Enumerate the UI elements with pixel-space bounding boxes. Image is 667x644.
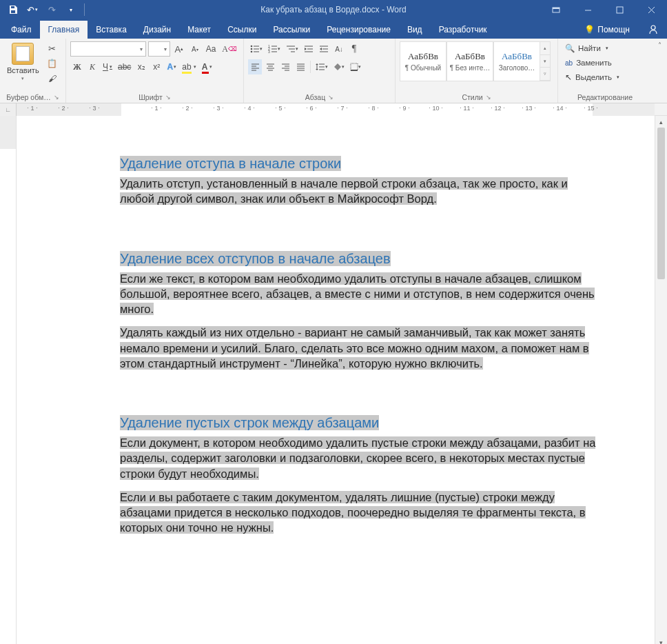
clear-format-button[interactable]: A⌫ [220,41,239,57]
chevron-down-icon: ▾ [137,46,143,52]
borders-button[interactable]: ▾ [348,59,363,74]
tab-references[interactable]: Ссылки [219,21,265,39]
tab-review[interactable]: Рецензирование [318,21,399,39]
tab-view[interactable]: Вид [399,21,431,39]
svg-point-8 [651,26,655,30]
ribbon-display-options[interactable] [540,0,572,19]
text-effects-button[interactable]: A▾ [165,59,178,74]
underline-button[interactable]: Ч▾ [101,59,114,74]
bulb-icon: 💡 [584,25,595,34]
scroll-thumb[interactable] [657,128,665,279]
subscript-button[interactable]: x₂ [134,59,148,74]
shading-button[interactable]: ▾ [331,59,347,74]
shrink-font-button[interactable]: A▾ [188,41,202,57]
tab-mailings[interactable]: Рассылки [265,21,318,39]
decrease-indent-button[interactable] [302,41,316,57]
styles-gallery[interactable]: АаБбВв¶ Обычный АаБбВв¶ Без инте… АаБбВв… [400,41,551,81]
quick-access-toolbar: ↶▾ ↷ ▾ [0,1,88,18]
dialog-launcher-icon[interactable]: ↘ [328,94,334,101]
line-spacing-button[interactable]: ▾ [314,59,330,74]
dialog-launcher-icon[interactable]: ↘ [165,94,171,101]
cut-button[interactable] [45,41,60,55]
strike-button[interactable]: abc [116,59,133,74]
tab-developer[interactable]: Разработчик [431,21,495,39]
paragraph: Удалять каждый из них отдельно - вариант… [120,326,589,370]
svg-point-13 [251,51,253,53]
sort-button[interactable]: A↓ [332,41,346,57]
maximize-button[interactable] [604,0,635,19]
qat-customize[interactable]: ▾ [62,1,80,18]
share-button[interactable] [645,21,661,38]
find-button[interactable]: 🔍Найти▾ [562,41,648,55]
superscript-button[interactable]: x² [150,59,163,74]
document-area: Удаление отступа в начале строки Удалить… [0,116,667,644]
paste-button[interactable]: Вставить ▾ [4,41,42,83]
svg-marker-25 [305,48,307,50]
tab-insert[interactable]: Вставка [88,21,135,39]
save-button[interactable] [4,1,22,18]
multilevel-button[interactable]: ▾ [284,41,300,57]
page-viewport[interactable]: Удаление отступа в начале строки Удалить… [17,116,655,644]
tab-layout[interactable]: Макет [179,21,219,39]
font-name-combo[interactable]: ▾ [70,41,146,57]
align-right-button[interactable] [278,59,292,74]
change-case-button[interactable]: Aa [204,41,218,57]
increase-indent-button[interactable] [317,41,331,57]
align-center-button[interactable] [263,59,277,74]
collapse-ribbon-button[interactable]: ˄ [652,39,667,103]
section-2: Удаление всех отступов в начале абзацев … [120,248,599,373]
tab-design[interactable]: Дизайн [135,21,179,39]
ribbon: Вставить ▾ Буфер обм…↘ ▾ ▾ A▴ A▾ Aa A⌫ Ж [0,39,667,103]
heading: Удаление отступа в начале строки [120,156,341,171]
dialog-launcher-icon[interactable]: ↘ [486,94,491,101]
vertical-scrollbar[interactable]: ▴ ▾ [655,116,667,644]
svg-rect-3 [553,8,560,9]
page: Удаление отступа в начале строки Удалить… [30,116,641,644]
justify-button[interactable] [294,59,307,74]
close-button[interactable] [635,0,667,19]
group-paragraph-label: Абзац [305,93,325,101]
redo-button[interactable]: ↷ [43,1,61,18]
svg-rect-5 [617,7,623,13]
ribbon-tabs: Файл Главная Вставка Дизайн Макет Ссылки… [0,19,667,39]
bold-button[interactable]: Ж [70,59,84,74]
group-font: ▾ ▾ A▴ A▾ Aa A⌫ Ж К Ч▾ abc x₂ x² A▾ ab▾ … [66,39,244,103]
align-left-button[interactable] [248,59,262,74]
svg-marker-29 [320,48,322,50]
numbering-button[interactable]: 123▾ [266,41,283,57]
app-name: Word [387,5,406,14]
tab-home[interactable]: Главная [40,21,88,39]
group-editing-label: Редактирование [577,93,633,101]
bullets-button[interactable]: ▾ [248,41,265,57]
section-1: Удаление отступа в начале строки Удалить… [120,153,599,208]
group-font-label: Шрифт [138,93,163,101]
scroll-down-button[interactable]: ▾ [655,636,667,644]
style-no-spacing[interactable]: АаБбВв¶ Без инте… [447,41,493,81]
copy-button[interactable] [45,57,60,70]
show-marks-button[interactable]: ¶ [347,41,361,57]
dialog-launcher-icon[interactable]: ↘ [54,94,59,101]
tell-me[interactable]: 💡Помощн [577,21,637,39]
group-styles: АаБбВв¶ Обычный АаБбВв¶ Без инте… АаБбВв… [396,39,558,103]
tab-file[interactable]: Файл [3,21,40,39]
style-normal[interactable]: АаБбВв¶ Обычный [400,41,447,81]
italic-button[interactable]: К [85,59,99,74]
styles-more[interactable]: ▴▾▿ [540,41,551,81]
horizontal-ruler[interactable]: ∟ ⋅ 3 ⋅ ⋅ 2 ⋅ ⋅ 1 ⋅ ⋅ 1 ⋅ ⋅ 2 ⋅ ⋅ 3 ⋅ ⋅ … [0,103,667,116]
font-color-button[interactable]: A▾ [200,59,215,74]
heading: Удаление всех отступов в начале абзацев [120,251,391,266]
grow-font-button[interactable]: A▴ [172,41,186,57]
scroll-up-button[interactable]: ▴ [655,116,667,128]
format-painter-button[interactable] [45,72,60,85]
minimize-button[interactable] [572,0,604,19]
doc-name: Как убрать абзац в Ворде.docx [260,5,379,14]
group-clipboard-label: Буфер обм… [6,93,50,101]
select-button[interactable]: ↖Выделить▾ [562,70,648,84]
highlight-button[interactable]: ab▾ [180,59,198,74]
style-heading1[interactable]: АаБбВвЗаголово… [493,41,540,81]
undo-button[interactable]: ↶▾ [23,1,41,18]
vertical-ruler[interactable] [0,116,17,644]
paragraph: Если же текст, в котором вам необходимо … [120,272,595,316]
font-size-combo[interactable]: ▾ [148,41,170,57]
replace-button[interactable]: abЗаменить [562,56,648,70]
